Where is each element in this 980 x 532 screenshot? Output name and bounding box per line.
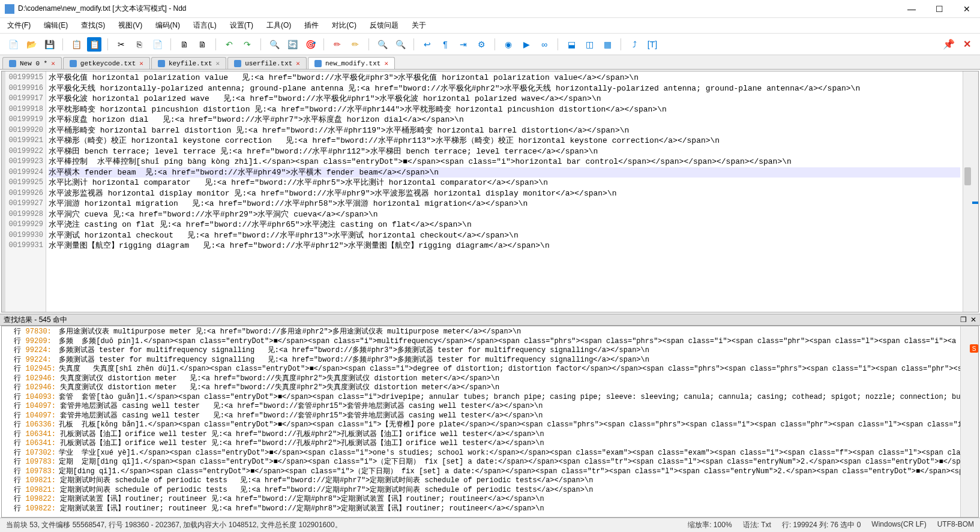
tab-0[interactable]: New 0 *✕ xyxy=(2,57,62,69)
tab-label: new_modify.txt xyxy=(325,60,380,67)
menu-encoding[interactable]: 编码(N) xyxy=(153,19,182,32)
paste-icon[interactable]: 📋 xyxy=(87,37,101,52)
search-result-row[interactable]: 行 109821: 定期测试时间表 schedule of periodic t… xyxy=(5,486,957,495)
undo-icon[interactable]: ↶ xyxy=(222,37,236,52)
show-symbols-icon[interactable]: ¶ xyxy=(438,37,452,52)
doc2-icon[interactable]: 🗎 xyxy=(195,37,209,52)
line-number-gutter: 0019991500199916001999170019991800199919… xyxy=(5,71,46,312)
status-eol[interactable]: Windows(CR LF) xyxy=(871,520,926,530)
menu-edit[interactable]: 编辑(E) xyxy=(41,19,70,32)
code-area[interactable]: 水平极化值 horizontal polarization value 见:<a… xyxy=(46,71,963,312)
tab-2[interactable]: keyfile.txt✕ xyxy=(151,57,226,69)
search-result-row[interactable]: 行 99224: 多频测试器 tester for multifrequency… xyxy=(5,356,957,365)
menu-compare[interactable]: 对比(C) xyxy=(329,19,359,32)
statusbar: 当前块 53, 文件编移 55568547, 行号 198360 - 20236… xyxy=(0,518,980,532)
doc1-icon[interactable]: 🗎 xyxy=(177,37,191,52)
search-result-row[interactable]: 行 104093: 套管 套管[tào guǎn]1.</span><span … xyxy=(5,393,957,402)
search-result-row[interactable]: 行 109783: 定期 定期[dìng qī]1.</span><span c… xyxy=(5,458,957,467)
search-result-row[interactable]: 行 102946: 失真度测试仪 distortion meter 见:<a h… xyxy=(5,383,957,393)
close-all-icon[interactable]: ✕ xyxy=(960,37,974,52)
editor[interactable]: 0019991500199916001999170019991800199919… xyxy=(1,71,979,312)
menu-plugins[interactable]: 插件 xyxy=(302,19,321,32)
search-result-row[interactable]: 行 102946: 失真度测试仪 distortion meter 见:<a h… xyxy=(5,374,957,384)
wrap-icon[interactable]: ↩ xyxy=(420,37,434,52)
link-icon[interactable]: ∞ xyxy=(537,37,552,52)
menu-language[interactable]: 语言(L) xyxy=(191,19,219,32)
replace-icon[interactable]: 🔄 xyxy=(285,37,299,52)
search-result-row[interactable]: 行 106341: 孔板测试器【油工】orifice well tester 见… xyxy=(5,439,957,449)
menu-search[interactable]: 查找(S) xyxy=(79,19,107,32)
search-result-row[interactable]: 行 109821: 定期测试时间表 schedule of periodic t… xyxy=(5,476,957,486)
search-result-row[interactable]: 行 104097: 套管井地层测试器 casing well tester 见:… xyxy=(5,411,957,421)
search-result-row[interactable]: 行 106341: 孔板测试器【油工】orifice well tester 见… xyxy=(5,430,957,440)
search-result-row[interactable]: 行 109783: 定期[dìng qī]1.</span><span clas… xyxy=(5,467,957,477)
minimize-button[interactable]: — xyxy=(903,3,920,15)
search-result-row[interactable]: 行 106336: 孔板 孔板[kǒng bǎn]1.</span><span … xyxy=(5,420,957,430)
ime-badge-icon: S xyxy=(970,344,978,353)
search-maximize-icon[interactable]: ❐ xyxy=(960,315,967,324)
search-results-header: 查找结果 - 545 命中 ❐ ✕ xyxy=(0,314,980,326)
tab-close-icon[interactable]: ✕ xyxy=(139,59,143,67)
tab-label: userfile.txt xyxy=(245,60,292,67)
maximize-button[interactable]: ☐ xyxy=(931,3,948,15)
play-icon[interactable]: ▶ xyxy=(519,37,534,52)
toolbar: 📄 📂 💾 📋 📋 ✂ ⎘ 📄 🗎 🗎 ↶ ↷ 🔍 🔄 🎯 ✏ ✏ 🔍 🔍 ↩ … xyxy=(0,34,980,55)
settings-icon[interactable]: ⚙ xyxy=(474,37,488,52)
copy2-icon[interactable]: ⎘ xyxy=(132,37,146,52)
cut-icon[interactable]: ✂ xyxy=(114,37,128,52)
search-close-icon[interactable]: ✕ xyxy=(970,315,976,324)
marker2-icon[interactable]: ✏ xyxy=(348,37,362,52)
tab-1[interactable]: getkeycode.txt✕ xyxy=(63,57,150,69)
copy-icon[interactable]: 📋 xyxy=(69,37,83,52)
split-v-icon[interactable]: ◫ xyxy=(582,37,597,52)
format-icon[interactable]: [T] xyxy=(645,37,660,52)
status-zoom: 缩放率: 100% xyxy=(688,520,732,530)
grid-icon[interactable]: ▦ xyxy=(600,37,615,52)
search-result-row[interactable]: 行 102945: 失真度 失真度[shī zhēn dù]1.</span><… xyxy=(5,365,957,374)
status-encoding[interactable]: UTF8-BOM xyxy=(937,520,974,530)
search-result-row[interactable]: 行 107302: 学业 学业[xué yè]1.</span><span cl… xyxy=(5,449,957,458)
open-file-icon[interactable]: 📂 xyxy=(24,37,38,52)
menubar: 文件(F) 编辑(E) 查找(S) 视图(V) 编码(N) 语言(L) 设置(T… xyxy=(0,18,980,34)
search-result-row[interactable]: 行 109822: 定期测试装置【讯】routiner; routineer 见… xyxy=(5,495,957,504)
marker1-icon[interactable]: ✏ xyxy=(330,37,344,52)
tab-3[interactable]: userfile.txt✕ xyxy=(227,57,307,69)
menu-feedback[interactable]: 反馈问题 xyxy=(367,19,401,32)
record-icon[interactable]: ◉ xyxy=(501,37,516,52)
paste2-icon[interactable]: 📄 xyxy=(150,37,164,52)
search-result-row[interactable]: 行 104097: 套管井地层测试器 casing well tester 见:… xyxy=(5,402,957,411)
menu-tools[interactable]: 工具(O) xyxy=(264,19,293,32)
zoom-in-icon[interactable]: 🔍 xyxy=(375,37,389,52)
zoom-out-icon[interactable]: 🔍 xyxy=(393,37,407,52)
tabbar: New 0 *✕getkeycode.txt✕keyfile.txt✕userf… xyxy=(0,55,980,70)
save-icon[interactable]: 💾 xyxy=(42,37,56,52)
goto-icon[interactable]: 🎯 xyxy=(303,37,317,52)
search-result-row[interactable]: 行 99224: 多频测试器 tester for multifrequency… xyxy=(5,346,957,356)
tab-close-icon[interactable]: ✕ xyxy=(216,59,220,67)
menu-about[interactable]: 关于 xyxy=(409,19,428,32)
file-icon xyxy=(314,60,322,67)
search-scrollbar[interactable] xyxy=(960,326,970,517)
search-result-row[interactable]: 行 97830: 多用途测试仪表 multipurpose meter 见:<a… xyxy=(5,327,957,337)
search-result-row[interactable]: 行 99209: 多频 多频[duō pín]1.</span><span cl… xyxy=(5,337,957,347)
close-button[interactable]: ✕ xyxy=(958,3,975,15)
tab-4[interactable]: new_modify.txt✕ xyxy=(308,57,395,69)
file-icon xyxy=(70,60,77,67)
search-results-panel: 行 97830: 多用途测试仪表 multipurpose meter 见:<a… xyxy=(1,326,979,518)
share-icon[interactable]: ⤴ xyxy=(627,37,642,52)
menu-settings[interactable]: 设置(T) xyxy=(227,19,256,32)
menu-view[interactable]: 视图(V) xyxy=(116,19,145,32)
search-result-row[interactable]: 行 109822: 定期测试装置【讯】routiner; routineer 见… xyxy=(5,504,957,514)
find-icon[interactable]: 🔍 xyxy=(267,37,281,52)
new-file-icon[interactable]: 📄 xyxy=(6,37,20,52)
tab-close-icon[interactable]: ✕ xyxy=(51,59,55,67)
menu-file[interactable]: 文件(F) xyxy=(5,19,33,32)
indent-icon[interactable]: ⇥ xyxy=(456,37,470,52)
search-results-body[interactable]: 行 97830: 多用途测试仪表 multipurpose meter 见:<a… xyxy=(2,326,960,517)
split-h-icon[interactable]: ⬓ xyxy=(564,37,579,52)
redo-icon[interactable]: ↷ xyxy=(240,37,254,52)
editor-scrollbar[interactable] xyxy=(963,71,972,312)
tab-close-icon[interactable]: ✕ xyxy=(384,59,388,67)
pin-icon[interactable]: 📌 xyxy=(942,37,956,52)
tab-close-icon[interactable]: ✕ xyxy=(296,59,300,67)
